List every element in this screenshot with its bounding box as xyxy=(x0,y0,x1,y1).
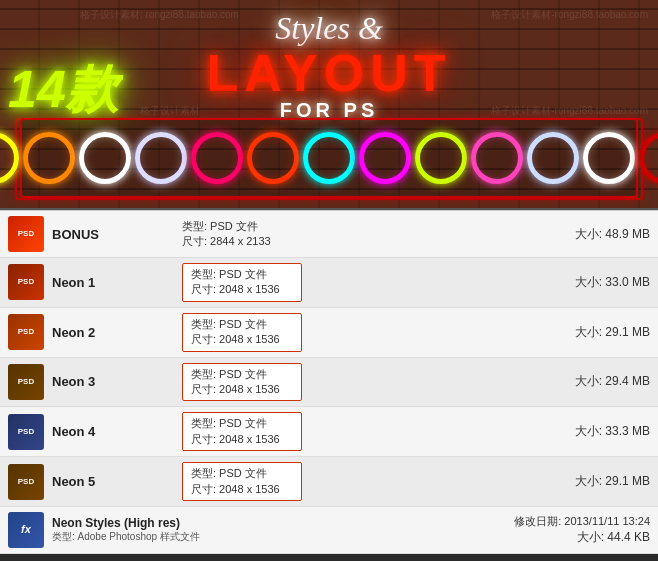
file-info-styles: Neon Styles (High res) 类型: Adobe Photosh… xyxy=(52,516,514,544)
ring-cyan xyxy=(303,132,355,184)
icon-label-neon3: PSD xyxy=(18,378,34,386)
icon-label-neon1: PSD xyxy=(18,278,34,286)
rings-strip xyxy=(20,118,638,198)
badge-14: 14款 xyxy=(8,55,118,125)
file-name-neon2: Neon 2 xyxy=(52,325,182,340)
ring-orange xyxy=(23,132,75,184)
icon-label-styles: fx xyxy=(21,524,31,535)
file-details-neon2: 类型: PSD 文件 尺寸: 2048 x 1536 xyxy=(182,313,302,352)
file-name-neon5: Neon 5 xyxy=(52,474,182,489)
icon-label-bonus: PSD xyxy=(18,230,34,238)
file-row-neon5[interactable]: PSD Neon 5 类型: PSD 文件 尺寸: 2048 x 1536 大小… xyxy=(0,457,658,507)
file-sublabel-styles: 类型: Adobe Photoshop 样式文件 xyxy=(52,530,514,544)
file-date-styles: 修改日期: 2013/11/11 13:24 xyxy=(514,514,650,529)
file-icon-styles: fx xyxy=(8,512,44,548)
ring-lime xyxy=(415,132,467,184)
styles-text: Styles & xyxy=(207,10,452,47)
file-details-neon1: 类型: PSD 文件 尺寸: 2048 x 1536 xyxy=(182,263,302,302)
ring-white-2 xyxy=(135,132,187,184)
ring-pink-red xyxy=(191,132,243,184)
file-details-neon4: 类型: PSD 文件 尺寸: 2048 x 1536 xyxy=(182,412,302,451)
watermark-2: 格子设计素材-rongzi88.taobao.com xyxy=(491,8,648,22)
file-details-neon3: 类型: PSD 文件 尺寸: 2048 x 1536 xyxy=(182,363,302,402)
file-size-neon1: 大小: 33.0 MB xyxy=(575,274,650,291)
file-row-bonus[interactable]: PSD BONUS 类型: PSD 文件 尺寸: 2844 x 2133 大小:… xyxy=(0,211,658,258)
ring-red xyxy=(247,132,299,184)
ring-white-4 xyxy=(583,132,635,184)
file-icon-neon1: PSD xyxy=(8,264,44,300)
file-row-neon4[interactable]: PSD Neon 4 类型: PSD 文件 尺寸: 2048 x 1536 大小… xyxy=(0,407,658,457)
file-details-bonus: 类型: PSD 文件 尺寸: 2844 x 2133 xyxy=(182,219,302,250)
file-size-neon5: 大小: 29.1 MB xyxy=(575,473,650,490)
file-size-styles: 大小: 44.4 KB xyxy=(514,529,650,546)
ring-magenta xyxy=(359,132,411,184)
hero-title: Styles & LAYOUT FOR PS xyxy=(207,10,452,122)
watermark-3: 格子设计素材 xyxy=(140,104,200,118)
file-row-neon3[interactable]: PSD Neon 3 类型: PSD 文件 尺寸: 2048 x 1536 大小… xyxy=(0,358,658,408)
file-row-neon1[interactable]: PSD Neon 1 类型: PSD 文件 尺寸: 2048 x 1536 大小… xyxy=(0,258,658,308)
file-list: PSD BONUS 类型: PSD 文件 尺寸: 2844 x 2133 大小:… xyxy=(0,210,658,554)
ring-white-1 xyxy=(79,132,131,184)
file-icon-neon2: PSD xyxy=(8,314,44,350)
file-size-neon2: 大小: 29.1 MB xyxy=(575,324,650,341)
file-name-neon3: Neon 3 xyxy=(52,374,182,389)
file-name-styles: Neon Styles (High res) xyxy=(52,516,514,530)
layout-text: LAYOUT xyxy=(207,47,452,99)
file-icon-neon3: PSD xyxy=(8,364,44,400)
file-name-neon4: Neon 4 xyxy=(52,424,182,439)
watermark-4: 格子设计素材-rongzi88.taobao.com xyxy=(491,104,648,118)
file-size-bonus: 大小: 48.9 MB xyxy=(575,226,650,243)
icon-label-neon2: PSD xyxy=(18,328,34,336)
file-icon-bonus: PSD xyxy=(8,216,44,252)
hero-banner: 格子设计素材: rongzi88.taobao.com 格子设计素材-rongz… xyxy=(0,0,658,210)
file-date-size-styles: 修改日期: 2013/11/11 13:24 大小: 44.4 KB xyxy=(514,514,650,546)
ring-hotpink xyxy=(471,132,523,184)
file-icon-neon5: PSD xyxy=(8,464,44,500)
icon-label-neon5: PSD xyxy=(18,478,34,486)
file-row-neon-styles[interactable]: fx Neon Styles (High res) 类型: Adobe Phot… xyxy=(0,507,658,554)
file-name-bonus: BONUS xyxy=(52,227,182,242)
file-row-neon2[interactable]: PSD Neon 2 类型: PSD 文件 尺寸: 2048 x 1536 大小… xyxy=(0,308,658,358)
ring-white-3 xyxy=(527,132,579,184)
file-size-neon4: 大小: 33.3 MB xyxy=(575,423,650,440)
file-size-neon3: 大小: 29.4 MB xyxy=(575,373,650,390)
icon-label-neon4: PSD xyxy=(18,428,34,436)
file-details-neon5: 类型: PSD 文件 尺寸: 2048 x 1536 xyxy=(182,462,302,501)
file-name-neon1: Neon 1 xyxy=(52,275,182,290)
file-icon-neon4: PSD xyxy=(8,414,44,450)
